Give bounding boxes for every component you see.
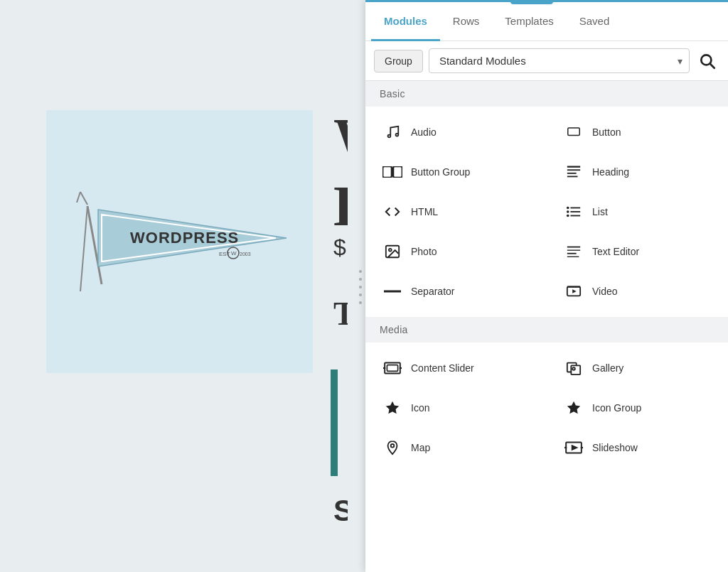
svg-rect-13 [568, 128, 580, 136]
wordpress-card: WORDPRESS EST W 2003 [46, 110, 313, 373]
section-basic-header: Basic [365, 81, 728, 107]
tab-modules[interactable]: Modules [371, 2, 440, 41]
list-label: List [592, 206, 608, 217]
module-gallery[interactable]: Gallery [547, 348, 728, 388]
svg-line-9 [80, 192, 87, 205]
module-html[interactable]: HTML [365, 192, 547, 232]
drag-dot-1 [359, 270, 362, 273]
svg-point-45 [391, 444, 395, 448]
slideshow-label: Slideshow [592, 442, 638, 453]
module-map[interactable]: Map [365, 428, 547, 468]
heading-label: Heading [592, 166, 629, 178]
separator-label: Separator [411, 286, 454, 297]
module-group-dropdown-wrapper: Standard Modules Custom Modules ▾ [429, 48, 690, 73]
module-list: Basic Audio Button [365, 81, 728, 572]
tab-rows[interactable]: Rows [440, 2, 493, 41]
text-editor-icon [564, 242, 584, 261]
module-icon-group[interactable]: Icon Group [547, 388, 728, 428]
slideshow-icon [564, 438, 584, 458]
heading-icon [564, 162, 584, 182]
search-icon [698, 52, 717, 70]
gallery-icon [564, 358, 584, 378]
photo-label: Photo [411, 246, 437, 257]
module-group-select[interactable]: Standard Modules Custom Modules [429, 48, 690, 73]
svg-point-27 [389, 249, 392, 252]
video-icon [564, 281, 584, 301]
content-slider-icon [382, 358, 402, 378]
svg-marker-43 [386, 401, 399, 414]
map-label: Map [411, 442, 430, 453]
module-button-group[interactable]: Button Group [365, 152, 547, 192]
media-module-grid: Content Slider Gallery [365, 342, 728, 473]
svg-line-1 [80, 206, 87, 291]
module-button[interactable]: Button [547, 112, 728, 152]
basic-module-grid: Audio Button Button G [365, 107, 728, 317]
module-icon[interactable]: Icon [365, 388, 547, 428]
list-icon [564, 202, 584, 222]
teal-accent-bar [331, 369, 338, 476]
section-media-header: Media [365, 317, 728, 342]
drag-handle[interactable] [357, 266, 364, 308]
svg-text:W: W [231, 250, 237, 257]
tab-templates[interactable]: Templates [492, 2, 566, 41]
text-editor-label: Text Editor [592, 246, 639, 257]
tab-bar: Modules Rows Templates Saved [365, 2, 728, 41]
partial-text-w: W [333, 107, 348, 171]
svg-line-10 [77, 192, 80, 203]
partial-price: $ [333, 234, 348, 261]
gallery-label: Gallery [592, 362, 623, 374]
separator-icon [382, 281, 402, 301]
svg-text:2003: 2003 [240, 252, 251, 257]
module-separator[interactable]: Separator [365, 271, 547, 311]
tab-saved[interactable]: Saved [567, 2, 623, 41]
svg-point-20 [567, 207, 569, 210]
modules-panel: Modules Rows Templates Saved Group Stand… [365, 0, 728, 572]
button-group-label: Button Group [411, 166, 470, 178]
audio-label: Audio [411, 126, 437, 138]
svg-text:WORDPRESS: WORDPRESS [130, 229, 239, 247]
partial-text-t: T [333, 295, 348, 333]
module-list-item[interactable]: List [547, 192, 728, 232]
icon-group-star-icon [564, 398, 584, 418]
photo-icon [382, 242, 402, 261]
module-audio[interactable]: Audio [365, 112, 547, 152]
drag-dot-4 [359, 293, 362, 296]
icon-star-icon [382, 398, 402, 418]
svg-point-24 [567, 215, 569, 217]
svg-marker-49 [572, 445, 579, 451]
drag-dot-5 [359, 301, 362, 304]
module-slideshow[interactable]: Slideshow [547, 428, 728, 468]
wordpress-pennant-image: WORDPRESS EST W 2003 [66, 185, 294, 298]
partial-text-s: S [333, 494, 348, 528]
button-group-icon [382, 162, 402, 182]
module-video[interactable]: Video [547, 271, 728, 311]
map-icon [382, 438, 402, 458]
drag-dot-3 [359, 286, 362, 288]
icon-label: Icon [411, 402, 429, 414]
svg-marker-34 [572, 289, 577, 293]
toolbar: Group Standard Modules Custom Modules ▾ [365, 41, 728, 81]
group-button[interactable]: Group [374, 50, 423, 72]
module-photo[interactable]: Photo [365, 232, 547, 271]
audio-icon [382, 122, 402, 142]
icon-group-label: Icon Group [592, 402, 641, 414]
svg-rect-14 [382, 166, 392, 178]
svg-line-12 [710, 63, 714, 68]
module-content-slider[interactable]: Content Slider [365, 348, 547, 388]
content-slider-label: Content Slider [411, 362, 474, 374]
search-button[interactable] [695, 49, 719, 73]
html-label: HTML [411, 206, 438, 217]
video-label: Video [592, 286, 618, 297]
module-heading[interactable]: Heading [547, 152, 728, 192]
button-label: Button [592, 126, 621, 138]
partial-text-e: E [333, 174, 348, 239]
html-icon [382, 202, 402, 222]
svg-marker-44 [567, 401, 580, 414]
button-icon [564, 122, 584, 142]
drag-dot-2 [359, 278, 362, 281]
svg-point-22 [567, 210, 569, 213]
svg-rect-15 [393, 166, 402, 178]
module-text-editor[interactable]: Text Editor [547, 232, 728, 271]
svg-rect-39 [387, 365, 397, 372]
